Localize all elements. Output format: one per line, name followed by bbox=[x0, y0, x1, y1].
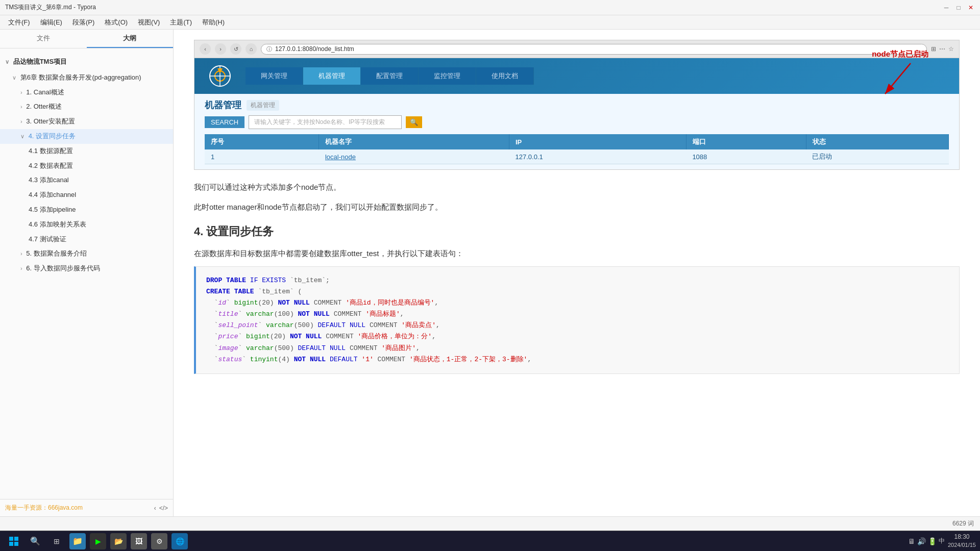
svg-line-6 bbox=[885, 63, 911, 94]
url-bar[interactable]: ⓘ 127.0.0.1:8080/node_list.htm bbox=[261, 44, 927, 55]
prev-icon[interactable]: ‹ bbox=[154, 505, 156, 512]
sidebar-item-test[interactable]: 4.7 测试验证 bbox=[0, 232, 173, 247]
back-button[interactable]: ‹ bbox=[200, 43, 211, 55]
close-button[interactable]: ✕ bbox=[967, 4, 975, 12]
tree-root[interactable]: ∨ 品达物流TMS项目 bbox=[0, 54, 173, 70]
screenshot-container: ‹ › ↺ ⌂ ⓘ 127.0.0.1:8080/node_list.htm ⊞… bbox=[194, 40, 960, 170]
menu-edit[interactable]: 编辑(E) bbox=[36, 17, 66, 28]
main-layout: 文件 大纲 ∨ 品达物流TMS项目 ∨ 第6章 数据聚合服务开发(pd-aggr… bbox=[0, 30, 980, 516]
collapse-icon: ∨ bbox=[5, 58, 9, 67]
col-status: 状态 bbox=[806, 134, 948, 149]
system-clock: 18:30 2024/01/15 bbox=[948, 533, 976, 549]
extensions-icon[interactable]: ⊞ bbox=[931, 45, 936, 53]
windows-logo bbox=[9, 536, 19, 546]
lock-icon: ⓘ bbox=[266, 45, 272, 53]
taskbar-files[interactable]: 📂 bbox=[110, 533, 127, 549]
expand-icon-3: › bbox=[20, 117, 22, 127]
menu-file[interactable]: 文件(F) bbox=[4, 17, 34, 28]
bookmark-icon[interactable]: ☆ bbox=[948, 45, 954, 53]
outline-tree: ∨ 品达物流TMS项目 ∨ 第6章 数据聚合服务开发(pd-aggregatio… bbox=[0, 48, 173, 499]
maximize-button[interactable]: □ bbox=[954, 4, 963, 12]
expand-icon-6: › bbox=[20, 264, 22, 273]
cell-status: 已启动 bbox=[806, 149, 948, 164]
taskbar-browser[interactable]: 🌐 bbox=[172, 533, 188, 549]
sidebar-item-sync-task[interactable]: ∨ 4. 设置同步任务 bbox=[0, 129, 173, 144]
sidebar-item-datasource[interactable]: 4.1 数据源配置 bbox=[0, 144, 173, 159]
inner-nav: 网关管理 机器管理 配置管理 监控管理 使用文档 bbox=[246, 67, 534, 85]
code-icon[interactable]: </> bbox=[159, 505, 168, 512]
code-line-3: `id` bigint(20) NOT NULL COMMENT '商品id，同… bbox=[206, 297, 949, 309]
browser-bar: ‹ › ↺ ⌂ ⓘ 127.0.0.1:8080/node_list.htm ⊞… bbox=[194, 40, 959, 58]
cell-port: 1088 bbox=[686, 149, 806, 164]
table-row: 1 local-node 127.0.0.1 1088 已启动 bbox=[205, 149, 949, 164]
nav-monitor[interactable]: 监控管理 bbox=[419, 67, 476, 85]
start-button[interactable] bbox=[4, 533, 23, 549]
svg-rect-8 bbox=[14, 537, 18, 541]
sidebar-item-add-pipeline[interactable]: 4.5 添加pipeline bbox=[0, 203, 173, 217]
col-machine-name: 机器名字 bbox=[319, 134, 509, 149]
sidebar-bottom-icons: ‹ </> bbox=[154, 505, 168, 512]
nav-config[interactable]: 配置管理 bbox=[361, 67, 419, 85]
search-taskbar-button[interactable]: 🔍 bbox=[26, 533, 45, 549]
nav-machine[interactable]: 机器管理 bbox=[303, 67, 361, 85]
sidebar-item-table-config[interactable]: 4.2 数据表配置 bbox=[0, 159, 173, 173]
minimize-button[interactable]: ─ bbox=[942, 4, 950, 12]
menu-format[interactable]: 格式(O) bbox=[101, 17, 132, 28]
expand-chapter-icon: ∨ bbox=[12, 73, 16, 83]
sidebar-item-add-canal[interactable]: 4.3 添加canal bbox=[0, 173, 173, 188]
code-line-5: `sell_point` varchar(500) DEFAULT NULL C… bbox=[206, 320, 949, 331]
menu-view[interactable]: 视图(V) bbox=[134, 17, 164, 28]
code-line-8: `status` tinyint(4) NOT NULL DEFAULT '1'… bbox=[206, 354, 949, 365]
forward-button[interactable]: › bbox=[215, 43, 226, 55]
title-bar: TMS项目讲义_第6章.md - Typora ─ □ ✕ bbox=[0, 0, 980, 15]
taskbar-settings[interactable]: ⚙ bbox=[151, 533, 167, 549]
cell-machine-name[interactable]: local-node bbox=[319, 149, 509, 164]
app-title: TMS项目讲义_第6章.md - Typora bbox=[5, 3, 96, 12]
tab-files[interactable]: 文件 bbox=[0, 30, 87, 48]
sidebar-item-otter-intro[interactable]: › 2. Otter概述 bbox=[0, 99, 173, 114]
sidebar-item-import-code[interactable]: › 6. 导入数据同步服务代码 bbox=[0, 261, 173, 276]
taskbar-terminal[interactable]: ▶ bbox=[90, 533, 106, 549]
section-heading: 4. 设置同步任务 bbox=[194, 224, 960, 239]
tab-outline[interactable]: 大纲 bbox=[87, 30, 174, 48]
tree-chapter[interactable]: ∨ 第6章 数据聚合服务开发(pd-aggregation) bbox=[0, 70, 173, 85]
menu-help[interactable]: 帮助(H) bbox=[198, 17, 229, 28]
refresh-button[interactable]: ↺ bbox=[230, 43, 241, 55]
code-line-2: CREATE TABLE `tb_item` ( bbox=[206, 286, 949, 297]
browser-actions: ⊞ ⋯ ☆ bbox=[931, 45, 954, 53]
window-controls: ─ □ ✕ bbox=[942, 4, 975, 12]
taskbar-file-explorer[interactable]: 📁 bbox=[69, 533, 86, 549]
col-ip: IP bbox=[509, 134, 686, 149]
bottom-status-bar: 6629 词 bbox=[0, 516, 980, 531]
nav-gateway[interactable]: 网关管理 bbox=[246, 67, 303, 85]
svg-rect-9 bbox=[9, 542, 13, 546]
search-submit-icon[interactable]: 🔍 bbox=[406, 116, 422, 128]
expand-icon-2: › bbox=[20, 103, 22, 112]
task-view-button[interactable]: ⊞ bbox=[47, 533, 66, 549]
cell-number: 1 bbox=[205, 149, 319, 164]
taskbar: 🔍 ⊞ 📁 ▶ 📂 🖼 ⚙ 🌐 🖥 🔊 🔋 中 18:30 2024/01/15 bbox=[0, 531, 980, 551]
nav-docs[interactable]: 使用文档 bbox=[476, 67, 534, 85]
expand-icon-4: ∨ bbox=[20, 132, 24, 141]
sidebar-item-add-channel[interactable]: 4.4 添加channel bbox=[0, 188, 173, 203]
cell-ip: 127.0.0.1 bbox=[509, 149, 686, 164]
inner-content: 机器管理 机器管理 SEARCH 请输入关键字，支持按Node名称、IP等字段搜… bbox=[194, 94, 959, 169]
menu-dots-icon[interactable]: ⋯ bbox=[939, 45, 945, 53]
inner-browser: 网关管理 机器管理 配置管理 监控管理 使用文档 机器管理 机器管理 bbox=[194, 58, 959, 169]
sidebar-item-add-mapping[interactable]: 4.6 添加映射关系表 bbox=[0, 217, 173, 232]
sidebar-item-otter-install[interactable]: › 3. Otter安装配置 bbox=[0, 114, 173, 129]
sidebar-item-aggregation[interactable]: › 5. 数据聚合服务介绍 bbox=[0, 246, 173, 261]
menu-paragraph[interactable]: 段落(P) bbox=[68, 17, 99, 28]
taskbar-photos[interactable]: 🖼 bbox=[131, 533, 147, 549]
menu-theme[interactable]: 主题(T) bbox=[166, 17, 196, 28]
home-button[interactable]: ⌂ bbox=[246, 43, 257, 55]
taskbar-left: 🔍 ⊞ 📁 ▶ 📂 🖼 ⚙ 🌐 bbox=[4, 533, 189, 549]
doc-text-1: 我们可以通过这种方式添加多个node节点。 bbox=[194, 180, 960, 194]
sidebar-item-canal[interactable]: › 1. Canal概述 bbox=[0, 85, 173, 100]
machine-table: 序号 机器名字 IP 端口 状态 1 local-node 12 bbox=[205, 134, 949, 164]
annotation-text: node节点已启动 bbox=[872, 49, 928, 59]
ime-icon[interactable]: 中 bbox=[939, 537, 945, 545]
footer-text: 海量一手资源：666java.com bbox=[5, 504, 83, 512]
col-port: 端口 bbox=[686, 134, 806, 149]
search-input-display[interactable]: 请输入关键字，支持按Node名称、IP等字段搜索 bbox=[249, 115, 402, 129]
